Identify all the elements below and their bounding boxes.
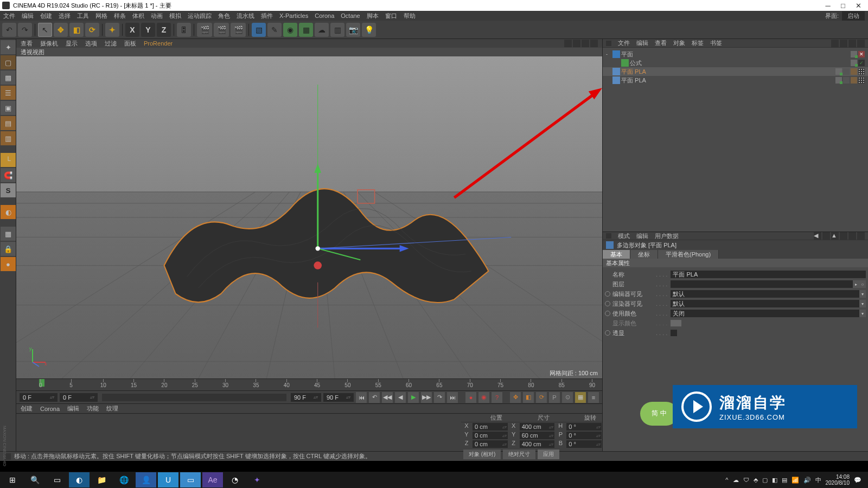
menu-edit[interactable]: 编辑 [22,12,34,20]
om-view[interactable]: 查看 [655,39,667,47]
menu-spline[interactable]: 样条 [114,12,126,20]
pos-Y-field[interactable]: 0 cm▵▿ [473,432,508,439]
tag-x-icon[interactable]: ✕ [858,51,865,57]
poly-mode-button[interactable]: ▥ [1,131,16,145]
tag-d-icon[interactable] [851,77,857,84]
texture-mode-button[interactable]: ▩ [1,70,16,85]
add-spline-button[interactable]: ✎ [267,23,282,37]
prev-frame-button[interactable]: ◀ [395,392,406,403]
start-button[interactable]: ⊞ [2,472,23,487]
attr-field-1[interactable] [671,280,853,288]
layout-select[interactable]: 启动 [842,11,865,21]
attr-opt3-icon[interactable] [857,232,865,240]
key-scale-button[interactable]: ◧ [523,392,534,403]
add-generator-button[interactable]: ◉ [283,23,297,37]
menu-xparticles[interactable]: X-Particles [279,12,308,19]
record-button[interactable]: ● [465,392,476,403]
material-area[interactable] [16,414,461,451]
z-axis-button[interactable]: Z [157,23,171,37]
rot-P-field[interactable]: 0 °▵▿ [566,432,602,439]
next-frame-button[interactable]: ▶▶ [421,392,432,403]
vp-tab-display[interactable]: 显示 [66,40,78,48]
play-back-button[interactable]: ◀◀ [382,392,393,403]
om-search-icon[interactable] [831,40,839,47]
om-home-icon[interactable] [848,40,856,47]
attr-up-icon[interactable]: ▲ [831,232,839,240]
layer-btn-icon[interactable]: ▸ [853,280,859,288]
vp-nav-2[interactable] [573,40,580,47]
tag-pat-icon[interactable] [858,68,865,75]
prev-key-button[interactable]: ↶ [369,392,380,403]
undo-button[interactable]: ↶ [2,23,16,37]
tray-lang[interactable]: 中 [815,476,821,484]
workplane-button[interactable]: ☰ [1,86,16,100]
task-chrome[interactable]: 🌐 [113,472,134,487]
maximize-button[interactable]: □ [835,1,851,10]
menu-pipeline[interactable]: 流水线 [237,12,254,20]
anim-dot-icon[interactable] [605,311,610,316]
tray-icon2[interactable]: 🛡 [743,477,749,483]
tag-d-icon[interactable] [851,68,857,75]
tag-pat-icon[interactable] [858,77,865,84]
vp-nav-1[interactable] [564,40,572,47]
search-icon[interactable]: 🔍 [24,472,45,487]
btab-corona[interactable]: Corona [40,406,60,412]
btab-edit[interactable]: 编辑 [67,404,79,413]
tray-clock[interactable]: 14:082020/8/10 [826,474,850,486]
tag-blank-icon[interactable] [843,77,850,84]
menu-corona[interactable]: Corona [315,12,334,19]
attr-prev-icon[interactable]: ◀ [814,232,821,240]
attr-grip-icon[interactable] [606,233,611,239]
tag-g-icon[interactable] [835,77,842,84]
object-tree[interactable]: -平面✕公式✓平面 PLA平面 PLA [603,48,868,232]
coord-size-mode-select[interactable]: 绝对尺寸 [503,450,535,459]
tag-g-icon[interactable] [835,68,842,75]
task-c4d[interactable]: ◔ [225,472,245,487]
task-ae[interactable]: Ae [202,472,223,487]
make-editable-button[interactable]: ✦ [1,40,16,54]
menu-motion[interactable]: 运动跟踪 [188,12,212,20]
tray-vol-icon[interactable]: 🔊 [803,477,811,484]
key-pla-button[interactable]: ⊙ [562,392,573,403]
tray-up-icon[interactable]: ^ [725,477,728,483]
timeline-scrub[interactable] [102,394,286,401]
menu-tools[interactable]: 工具 [77,12,89,20]
om-eye-icon[interactable] [857,40,865,47]
x-axis-button[interactable]: X [125,23,139,37]
next-key-button[interactable]: ↷ [434,392,445,403]
redo-button[interactable]: ↷ [18,23,32,37]
om-row-0[interactable]: -平面✕ [603,50,868,59]
om-edit[interactable]: 编辑 [636,39,648,47]
btab-tex[interactable]: 纹理 [106,404,118,413]
key-pos-button[interactable]: ✥ [510,392,521,403]
tweak-button[interactable]: ◐ [1,205,16,219]
model-mode-button[interactable]: ▢ [1,55,16,69]
attr-color-5[interactable] [671,320,681,326]
om-bookmarks[interactable]: 书签 [710,39,722,47]
pos-Z-field[interactable]: 0 cm▵▿ [473,440,508,448]
point-mode-button[interactable]: ▣ [1,101,16,115]
scale-tool[interactable]: ◧ [69,23,84,37]
y-axis-button[interactable]: Y [141,23,155,37]
subtab-basic[interactable]: 基本 [603,250,630,259]
frame-current-field[interactable]: 0 F▵▿ [60,393,98,402]
viewport-3d[interactable]: yx 网格间距 : 100 cm [16,56,602,378]
vp-tab-options[interactable]: 选项 [85,40,97,48]
soft-select-button[interactable]: S [1,183,16,197]
attr-mode[interactable]: 模式 [618,232,630,240]
tray-notif-icon[interactable]: 💬 [854,477,861,484]
vp-tab-panel[interactable]: 面板 [124,40,136,48]
vp-tab-camera[interactable]: 摄像机 [40,40,58,48]
timeline-ruler[interactable]: 051015202530354045505560657075808590 [16,378,602,390]
key-param-button[interactable]: P [549,392,560,403]
axis-button[interactable]: └ [1,153,16,167]
task-app3[interactable]: U [158,472,178,487]
tray-icon4[interactable]: ▢ [762,477,768,484]
menu-window[interactable]: 窗口 [385,12,397,20]
task-app2[interactable]: 👤 [136,472,156,487]
om-row-1[interactable]: 公式✓ [603,59,868,67]
snap-button[interactable]: 🧲 [1,168,16,182]
menu-volume[interactable]: 体积 [132,12,144,20]
task-explorer[interactable]: 📁 [91,472,112,487]
menu-select[interactable]: 选择 [59,12,71,20]
